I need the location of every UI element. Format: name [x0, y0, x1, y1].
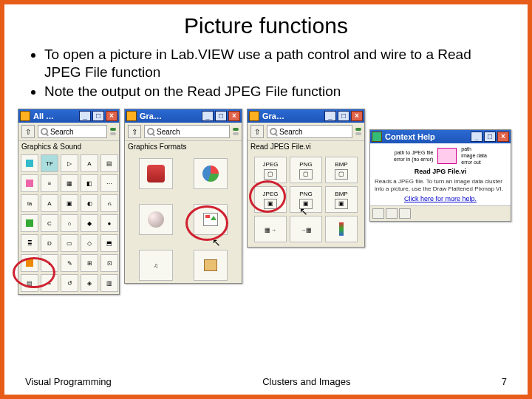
cursor-icon: ↖ [212, 236, 221, 248]
palette-icon[interactable]: ◇ [81, 234, 98, 252]
palette-icon[interactable]: ◧ [81, 174, 98, 192]
app-icon [126, 111, 137, 121]
palette-icon[interactable]: ⌂ [61, 214, 78, 232]
write-bmp-icon[interactable]: BMP▣ [325, 186, 358, 213]
palette-icon[interactable]: ◆ [81, 214, 98, 232]
read-jpeg-icon[interactable]: JPEG▢ [254, 157, 287, 183]
cursor-icon: ↖ [299, 205, 308, 217]
titlebar: Gra… _ □ × [248, 109, 364, 123]
palette-subheader: Read JPEG File.vi [248, 141, 364, 152]
titlebar: Gra… _ □ × [125, 109, 242, 123]
back-button[interactable]: ⇧ [128, 125, 141, 138]
palette-icon[interactable]: ⊞ [81, 254, 98, 272]
palette-icon[interactable]: C [41, 214, 58, 232]
help-diagram: path to JPEG file error in (no error) pa… [375, 146, 506, 165]
palette-icon-sound[interactable]: ♫ [139, 250, 173, 281]
palette-icon[interactable]: ≣ [21, 234, 38, 252]
unflatten-pixmap-icon[interactable]: →▦ [290, 216, 322, 242]
minimize-button[interactable]: _ [202, 111, 214, 121]
palette-icon[interactable]: ◐ [81, 194, 98, 212]
palette-icon[interactable] [21, 154, 38, 172]
read-bmp-icon[interactable]: BMP▢ [325, 157, 358, 183]
search-input[interactable]: Search [38, 125, 107, 138]
titlebar: Context Help _ □ × [370, 130, 511, 143]
help-toggle-button[interactable] [372, 208, 384, 219]
maximize-button[interactable]: □ [215, 111, 227, 121]
palette-icon[interactable]: A [41, 194, 58, 212]
palette-icon[interactable]: ▦ [61, 174, 78, 192]
diagram-label: path to JPEG file [395, 150, 434, 155]
help-more-link[interactable]: Click here for more help. [375, 195, 506, 202]
palette-icon[interactable]: ▣ [61, 194, 78, 212]
palette-icon[interactable]: la [21, 194, 38, 212]
palette-icon[interactable]: ⬒ [100, 234, 118, 252]
bullet-list: To open a picture in Lab.VIEW use a path… [13, 46, 519, 107]
close-button[interactable]: × [106, 111, 117, 121]
view-toggle[interactable] [233, 128, 239, 135]
palette-icon-beep[interactable] [194, 250, 228, 281]
minimize-button[interactable]: _ [471, 132, 482, 142]
search-input[interactable]: Search [267, 125, 352, 138]
palette-icon[interactable]: A [81, 154, 98, 172]
palette-icon[interactable]: ▤ [100, 154, 118, 172]
maximize-button[interactable]: □ [338, 111, 349, 121]
flatten-pixmap-icon[interactable]: ▦→ [254, 216, 287, 242]
minimize-button[interactable]: _ [324, 111, 336, 121]
palette-icon[interactable]: ◈ [81, 274, 98, 292]
search-input[interactable]: Search [144, 125, 230, 138]
close-button[interactable]: × [351, 111, 363, 121]
palette-icon[interactable]: TF [41, 154, 58, 172]
bullet-item: Note the output on the Read JPEG File fu… [44, 83, 511, 100]
app-icon [249, 111, 259, 121]
maximize-button[interactable]: □ [484, 132, 496, 142]
slide-title: Picture functions [13, 13, 519, 38]
maximize-button[interactable]: □ [92, 111, 104, 121]
palette-icon-picture-funcs[interactable] [139, 158, 173, 189]
minimize-button[interactable]: _ [79, 111, 91, 121]
help-detail-button[interactable] [399, 208, 411, 219]
palette-icon[interactable]: ⎌ [100, 194, 118, 212]
palette-icon[interactable]: ≡ [41, 174, 58, 192]
palette-icon[interactable]: ▷ [61, 154, 78, 172]
palette-icon[interactable]: ↺ [61, 274, 78, 292]
search-label: Search [157, 128, 180, 136]
palette-icon[interactable]: ⋯ [100, 174, 118, 192]
palette-icon[interactable]: ✎ [61, 254, 78, 272]
help-lock-button[interactable] [386, 208, 398, 219]
palette-icon[interactable]: ▤ [21, 274, 38, 292]
palette-read-jpeg: Gra… _ □ × ⇧ Search Read JPEG File.vi JP… [247, 109, 365, 248]
help-footer [370, 205, 511, 221]
icon-grid: JPEG▢ PNG▢ BMP▢ JPEG▣ PNG▣ BMP▣ ▦→ →▦ [254, 157, 358, 242]
app-icon [20, 111, 30, 121]
back-button[interactable]: ⇧ [21, 125, 35, 138]
palette-icon-graphics-formats[interactable] [194, 204, 228, 235]
close-button[interactable]: × [497, 132, 509, 142]
palette-icon[interactable]: D [41, 234, 58, 252]
palette-icon[interactable]: ▭ [61, 234, 78, 252]
palette-icon[interactable] [21, 254, 38, 272]
palette-icon[interactable] [21, 174, 38, 192]
palette-icon-picture-plots[interactable] [194, 158, 228, 189]
palette-subheader: Graphics Formats [125, 141, 242, 152]
window-title: Context Help [385, 132, 469, 141]
palette-icon[interactable]: ▥ [100, 274, 118, 292]
palette-icon[interactable] [21, 214, 38, 232]
palette-icon-3d[interactable] [139, 204, 173, 235]
view-toggle[interactable] [355, 128, 361, 135]
bullet-item: To open a picture in Lab.VIEW use a path… [44, 46, 511, 81]
back-button[interactable]: ⇧ [250, 125, 264, 138]
help-subtitle: Read JPG File.vi [375, 168, 506, 175]
write-jpeg-icon[interactable]: JPEG▣ [254, 186, 287, 213]
footer-right: 7 [502, 376, 507, 387]
palette-icon[interactable]: ≡ [41, 274, 58, 292]
palette-icon[interactable]: ● [100, 214, 118, 232]
read-png-icon[interactable]: PNG▢ [290, 157, 322, 183]
palette-icon[interactable]: ♪ [41, 254, 58, 272]
window-title: Gra… [262, 112, 323, 120]
view-toggle[interactable] [110, 128, 116, 135]
help-description: Reads a JPEG file. To turn an image data… [375, 178, 506, 192]
diagram-label: path [461, 146, 471, 151]
close-button[interactable]: × [228, 111, 240, 121]
palette-icon[interactable]: ⊡ [100, 254, 118, 272]
color-table-icon[interactable] [325, 216, 358, 242]
